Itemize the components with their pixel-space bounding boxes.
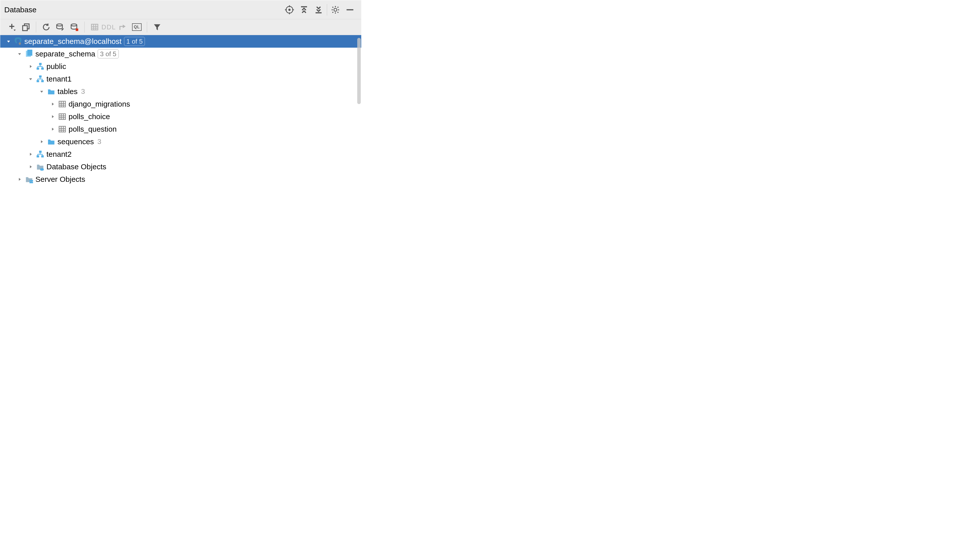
svg-rect-27 [20, 43, 20, 45]
svg-rect-14 [23, 26, 27, 31]
table-view-button[interactable] [88, 20, 102, 34]
scrollbar[interactable] [357, 38, 361, 104]
svg-rect-41 [37, 80, 39, 82]
svg-rect-69 [37, 155, 39, 157]
svg-marker-31 [30, 65, 32, 68]
sequences-count: 3 [98, 138, 101, 146]
database-objects-label: Database Objects [46, 162, 106, 171]
query-console-button[interactable]: QL [130, 20, 144, 34]
svg-rect-18 [91, 24, 98, 30]
chevron-down-icon[interactable] [28, 76, 34, 82]
schema-icon [36, 150, 44, 159]
chevron-right-icon[interactable] [16, 176, 23, 183]
svg-rect-79 [29, 182, 33, 183]
chevron-down-icon[interactable] [16, 51, 23, 57]
database-tree[interactable]: separate_schema@localhost 1 of 5 separat… [0, 35, 361, 210]
tables-folder-row[interactable]: tables 3 [0, 85, 361, 98]
server-objects-label: Server Objects [36, 175, 85, 183]
chevron-right-icon[interactable] [49, 126, 56, 132]
svg-point-8 [334, 8, 337, 11]
svg-marker-77 [19, 178, 21, 180]
jump-button[interactable] [116, 20, 130, 34]
schema-row-tenant2[interactable]: tenant2 [0, 148, 361, 161]
tables-label: tables [57, 87, 78, 96]
chevron-right-icon[interactable] [28, 151, 34, 157]
svg-rect-34 [41, 67, 44, 70]
panel-header: Database [0, 0, 361, 19]
schema-label: tenant2 [46, 150, 72, 159]
svg-marker-23 [123, 24, 125, 28]
ddl-button[interactable]: DDL [102, 20, 116, 34]
hide-icon[interactable] [343, 3, 357, 17]
svg-point-1 [289, 9, 290, 11]
svg-rect-55 [59, 114, 65, 120]
schema-row-tenant1[interactable]: tenant1 [0, 73, 361, 85]
folder-icon [47, 138, 55, 146]
svg-marker-75 [30, 166, 32, 168]
svg-rect-68 [39, 151, 42, 153]
chevron-right-icon[interactable] [28, 63, 34, 70]
datasource-badge: 1 of 5 [124, 37, 145, 46]
duplicate-button[interactable] [19, 20, 33, 34]
sequences-folder-row[interactable]: sequences 3 [0, 135, 361, 148]
svg-marker-48 [52, 103, 54, 106]
database-objects-icon [36, 162, 44, 171]
table-label: polls_question [68, 125, 117, 133]
svg-marker-12 [13, 29, 16, 31]
svg-rect-78 [29, 180, 33, 182]
stop-button[interactable] [67, 20, 81, 34]
chevron-right-icon[interactable] [49, 101, 56, 107]
svg-marker-28 [18, 54, 21, 55]
schema-icon [36, 75, 44, 83]
schema-label: tenant1 [46, 75, 72, 83]
table-label: polls_choice [68, 112, 110, 121]
chevron-down-icon[interactable] [5, 38, 12, 45]
svg-marker-67 [30, 153, 32, 156]
chevron-right-icon[interactable] [28, 164, 34, 170]
expand-all-icon[interactable] [297, 3, 311, 17]
filter-button[interactable] [150, 20, 164, 34]
chevron-down-icon[interactable] [38, 88, 45, 95]
refresh-button[interactable] [39, 20, 53, 34]
datasource-label: separate_schema@localhost [24, 37, 122, 45]
server-objects-icon [25, 175, 33, 183]
database-row[interactable]: separate_schema 3 of 5 [0, 48, 361, 60]
chevron-right-icon[interactable] [49, 114, 56, 120]
toolbar: DDL QL [0, 19, 361, 35]
folder-icon [47, 87, 55, 96]
svg-rect-49 [59, 101, 65, 107]
svg-marker-39 [29, 78, 32, 80]
target-icon[interactable] [282, 3, 297, 17]
table-row[interactable]: polls_question [0, 123, 361, 135]
schema-row-public[interactable]: public [0, 60, 361, 73]
schema-label: public [46, 62, 66, 71]
svg-marker-24 [154, 24, 160, 30]
gear-icon[interactable] [328, 3, 343, 17]
svg-marker-47 [41, 91, 43, 93]
database-objects-row[interactable]: Database Objects [0, 161, 361, 173]
table-icon [58, 125, 67, 133]
datasource-row[interactable]: separate_schema@localhost 1 of 5 [0, 35, 361, 48]
database-label: separate_schema [36, 50, 95, 58]
database-tool-window: Database [0, 0, 362, 210]
svg-rect-61 [59, 127, 65, 132]
add-button[interactable] [5, 20, 19, 34]
database-icon [25, 50, 33, 58]
datasource-properties-button[interactable] [53, 20, 67, 34]
svg-point-16 [71, 24, 77, 26]
collapse-all-icon[interactable] [311, 3, 326, 17]
table-row[interactable]: polls_choice [0, 110, 361, 123]
server-objects-row[interactable]: Server Objects [0, 173, 361, 185]
table-label: django_migrations [68, 100, 130, 108]
svg-rect-40 [39, 75, 42, 78]
svg-marker-25 [7, 41, 10, 43]
svg-point-15 [57, 24, 62, 26]
schema-icon [36, 62, 44, 71]
svg-rect-33 [37, 67, 39, 70]
table-row[interactable]: django_migrations [0, 98, 361, 110]
panel-title: Database [4, 5, 36, 14]
tables-count: 3 [81, 88, 85, 96]
table-icon [58, 112, 67, 121]
chevron-right-icon[interactable] [38, 138, 45, 145]
sequences-label: sequences [57, 138, 94, 146]
